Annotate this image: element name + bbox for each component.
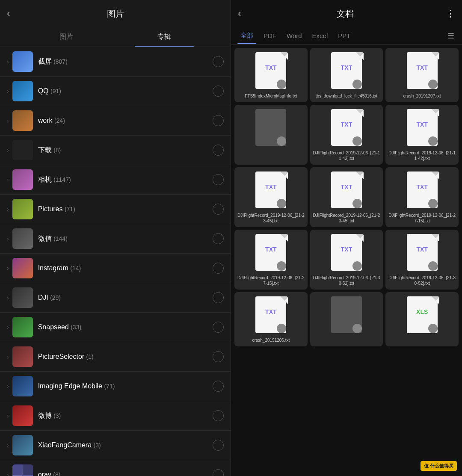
- select-circle[interactable]: [213, 145, 224, 156]
- file-icon: TXT: [329, 52, 364, 91]
- album-info: oray (8): [38, 471, 213, 476]
- left-title: 图片: [107, 8, 124, 20]
- file-name: crash_20191206.txt: [252, 337, 290, 343]
- file-card[interactable]: XLS: [385, 292, 459, 346]
- right-title: 文档: [244, 8, 446, 20]
- album-info: 微信 (144): [38, 234, 213, 243]
- album-name: Pictures (71): [38, 205, 75, 213]
- list-item[interactable]: › 下载 (8): [0, 136, 231, 165]
- file-card[interactable]: TXT crash_20191207.txt: [385, 48, 459, 102]
- list-item[interactable]: › Instagram (14): [0, 254, 231, 283]
- select-circle[interactable]: [213, 115, 224, 126]
- file-name: DJIFlightRecord_2019-12-06_[21-30-52].tx…: [313, 275, 381, 286]
- list-item[interactable]: › 相机 (1147): [0, 165, 231, 195]
- album-thumbnail: [12, 81, 33, 101]
- file-type-label: TXT: [341, 246, 352, 253]
- album-info: XiaoFangCamera (3): [38, 441, 213, 449]
- select-circle[interactable]: [213, 440, 224, 451]
- chevron-icon: ›: [7, 265, 9, 272]
- file-name: DJIFlightRecord_2019-12-06_[21-11-42].tx…: [313, 150, 381, 161]
- album-thumbnail: [12, 258, 33, 278]
- file-card[interactable]: TXT DJIFlightRecord_2019-12-06_[21-11-42…: [310, 105, 383, 165]
- album-info: Snapseed (33): [38, 323, 213, 331]
- select-circle[interactable]: [213, 469, 224, 476]
- album-info: 截屏 (807): [38, 57, 213, 66]
- select-circle[interactable]: [213, 204, 224, 215]
- file-card[interactable]: TXT DJIFlightRecord_2019-12-06_[21-27-15…: [234, 230, 308, 290]
- album-info: 相机 (1147): [38, 175, 213, 184]
- album-name: PictureSelector (1): [38, 353, 94, 360]
- tab-Word[interactable]: Word: [281, 28, 307, 44]
- list-item[interactable]: › 微信 (144): [0, 224, 231, 254]
- list-item[interactable]: › 微博 (3): [0, 401, 231, 431]
- list-item[interactable]: › 截屏 (807): [0, 47, 231, 77]
- tab-albums[interactable]: 专辑: [116, 27, 214, 47]
- list-item[interactable]: › Snapseed (33): [0, 313, 231, 342]
- album-thumbnail: [12, 317, 33, 337]
- file-card[interactable]: TXT DJIFlightRecord_2019-12-06_[21-27-15…: [385, 167, 459, 227]
- chevron-icon: ›: [7, 471, 9, 476]
- album-name: Instagram (14): [38, 264, 81, 272]
- left-tabs: 图片 专辑: [0, 27, 231, 47]
- file-card[interactable]: TXT DJIFlightRecord_2019-12-06_[21-11-42…: [385, 105, 459, 165]
- album-info: Imaging Edge Mobile (71): [38, 382, 213, 390]
- list-item[interactable]: › oray (8): [0, 460, 231, 476]
- album-thumbnail: [12, 376, 33, 396]
- file-name: FTS5IndexMicroMsgInfo.txt: [245, 93, 297, 99]
- chevron-icon: ›: [7, 383, 9, 390]
- list-item[interactable]: › Pictures (71): [0, 195, 231, 224]
- album-name: Snapseed (33): [38, 323, 81, 331]
- file-type-label: TXT: [341, 183, 352, 190]
- file-card[interactable]: TXT DJIFlightRecord_2019-12-06_[21-23-45…: [310, 167, 383, 227]
- list-view-icon[interactable]: ☰: [444, 28, 458, 44]
- select-circle[interactable]: [213, 233, 224, 244]
- chevron-icon: ›: [7, 353, 9, 360]
- right-panel: ‹ 文档 ⋮ 全部PDFWordExcelPPT☰ TXT FTS5IndexM…: [231, 0, 462, 476]
- select-circle[interactable]: [213, 56, 224, 67]
- list-item[interactable]: › Imaging Edge Mobile (71): [0, 372, 231, 401]
- left-back-button[interactable]: ‹: [7, 8, 10, 19]
- more-options-button[interactable]: ⋮: [446, 8, 455, 19]
- list-item[interactable]: › XiaoFangCamera (3): [0, 431, 231, 460]
- tab-全部[interactable]: 全部: [235, 27, 258, 44]
- chevron-icon: ›: [7, 235, 9, 242]
- file-icon: TXT: [405, 52, 439, 91]
- album-name: oray (8): [38, 471, 61, 476]
- tab-Excel[interactable]: Excel: [307, 28, 333, 44]
- file-card[interactable]: TXT tbs_download_lock_file45016.txt: [310, 48, 383, 102]
- file-card[interactable]: TXT crash_20191206.txt: [234, 292, 308, 346]
- right-header: ‹ 文档 ⋮: [231, 0, 462, 27]
- select-circle[interactable]: [213, 322, 224, 333]
- select-circle[interactable]: [213, 86, 224, 97]
- list-item[interactable]: › QQ (91): [0, 77, 231, 106]
- file-card[interactable]: TXT DJIFlightRecord_2019-12-06_[21-30-52…: [385, 230, 459, 290]
- file-card[interactable]: TXT DJIFlightRecord_2019-12-06_[21-30-52…: [310, 230, 383, 290]
- select-circle[interactable]: [213, 174, 224, 185]
- file-avatar: [428, 261, 438, 271]
- file-icon: TXT: [254, 171, 288, 210]
- list-item[interactable]: › PictureSelector (1): [0, 342, 231, 372]
- album-thumbnail: [12, 199, 33, 219]
- album-name: 截屏 (807): [38, 58, 68, 65]
- file-avatar: [352, 199, 362, 208]
- select-circle[interactable]: [213, 292, 224, 303]
- file-icon: XLS: [405, 296, 439, 335]
- album-thumbnail: [12, 464, 33, 476]
- tab-PDF[interactable]: PDF: [258, 28, 281, 44]
- tab-images[interactable]: 图片: [17, 27, 116, 47]
- list-item[interactable]: › DJI (29): [0, 283, 231, 313]
- file-card[interactable]: TXT FTS5IndexMicroMsgInfo.txt: [234, 48, 308, 102]
- right-back-button[interactable]: ‹: [238, 8, 241, 19]
- list-item[interactable]: › work (24): [0, 106, 231, 136]
- select-circle[interactable]: [213, 263, 224, 274]
- tab-PPT[interactable]: PPT: [333, 28, 355, 44]
- file-name: tbs_download_lock_file45016.txt: [316, 93, 378, 99]
- file-card[interactable]: TXT DJIFlightRecord_2019-12-06_[21-23-45…: [234, 167, 308, 227]
- chevron-icon: ›: [7, 206, 9, 213]
- select-circle[interactable]: [213, 381, 224, 392]
- file-card[interactable]: [234, 105, 308, 165]
- file-card[interactable]: [310, 292, 383, 346]
- select-circle[interactable]: [213, 410, 224, 421]
- chevron-icon: ›: [7, 412, 9, 419]
- select-circle[interactable]: [213, 351, 224, 362]
